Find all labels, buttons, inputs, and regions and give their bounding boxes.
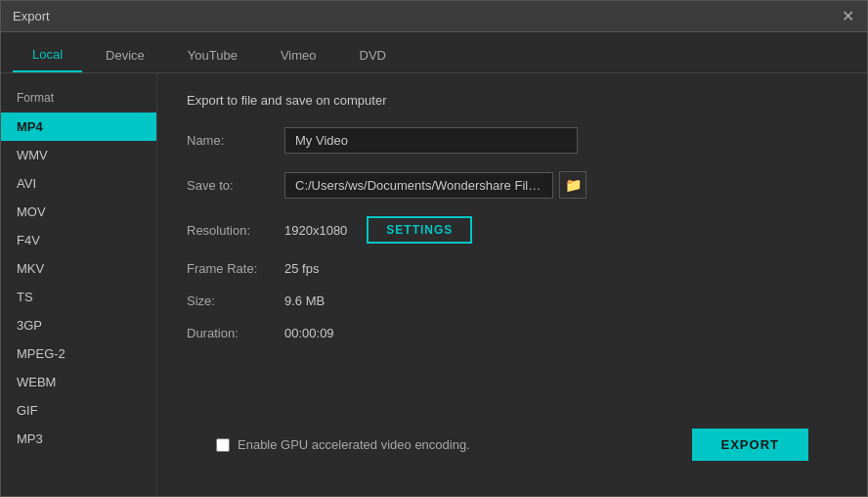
settings-button[interactable]: SETTINGS (367, 216, 472, 244)
format-avi[interactable]: AVI (1, 169, 156, 198)
duration-label: Duration: (187, 326, 284, 340)
main-panel: Export to file and save on computer Name… (157, 73, 867, 496)
tab-dvd[interactable]: DVD (340, 37, 406, 72)
save-to-label: Save to: (187, 178, 284, 193)
gpu-label: Enable GPU accelerated video encoding. (238, 437, 470, 452)
export-button[interactable]: EXPORT (692, 429, 808, 461)
duration-row: Duration: 00:00:09 (187, 326, 838, 340)
frame-rate-value: 25 fps (284, 261, 319, 276)
gpu-row: Enable GPU accelerated video encoding. (216, 437, 470, 452)
format-mpeg2[interactable]: MPEG-2 (1, 339, 156, 368)
name-label: Name: (187, 133, 284, 148)
tab-bar: Local Device YouTube Vimeo DVD (1, 32, 867, 73)
format-label: Format (1, 85, 156, 113)
tab-youtube[interactable]: YouTube (168, 37, 257, 72)
panel-title: Export to file and save on computer (187, 93, 838, 108)
format-mp3[interactable]: MP3 (1, 425, 156, 453)
format-mp4[interactable]: MP4 (1, 113, 156, 141)
tab-device[interactable]: Device (86, 37, 164, 72)
window-title: Export (13, 9, 50, 23)
tab-vimeo[interactable]: Vimeo (261, 37, 336, 72)
name-input[interactable] (284, 127, 578, 154)
fields: Name: Save to: 📁 (187, 127, 838, 340)
resolution-controls: 1920x1080 SETTINGS (284, 216, 472, 244)
title-bar: Export ✕ (1, 1, 867, 32)
resolution-value: 1920x1080 (284, 223, 347, 238)
format-ts[interactable]: TS (1, 283, 156, 311)
resolution-row: Resolution: 1920x1080 SETTINGS (187, 216, 838, 244)
export-window: Export ✕ Local Device YouTube Vimeo DVD … (0, 0, 868, 497)
frame-rate-label: Frame Rate: (187, 261, 284, 276)
format-wmv[interactable]: WMV (1, 141, 156, 169)
file-path-row: 📁 (284, 171, 586, 199)
format-mkv[interactable]: MKV (1, 254, 156, 283)
close-button[interactable]: ✕ (840, 9, 855, 24)
size-value: 9.6 MB (284, 294, 325, 308)
duration-value: 00:00:09 (284, 326, 334, 340)
save-to-row: Save to: 📁 (187, 171, 838, 199)
format-gif[interactable]: GIF (1, 396, 156, 425)
browse-folder-button[interactable]: 📁 (559, 171, 586, 199)
format-webm[interactable]: WEBM (1, 368, 156, 396)
tab-local[interactable]: Local (13, 37, 82, 72)
gpu-checkbox[interactable] (216, 438, 230, 452)
folder-icon: 📁 (565, 177, 582, 193)
resolution-label: Resolution: (187, 223, 284, 238)
name-row: Name: (187, 127, 838, 154)
size-row: Size: 9.6 MB (187, 294, 838, 308)
content-area: Format MP4 WMV AVI MOV F4V MKV TS 3GP MP… (1, 73, 867, 496)
bottom-bar: Enable GPU accelerated video encoding. E… (187, 419, 838, 476)
sidebar: Format MP4 WMV AVI MOV F4V MKV TS 3GP MP… (1, 73, 157, 496)
format-f4v[interactable]: F4V (1, 226, 156, 254)
save-path-input[interactable] (284, 172, 553, 199)
frame-rate-row: Frame Rate: 25 fps (187, 261, 838, 276)
size-label: Size: (187, 294, 284, 308)
format-3gp[interactable]: 3GP (1, 311, 156, 339)
format-mov[interactable]: MOV (1, 198, 156, 226)
